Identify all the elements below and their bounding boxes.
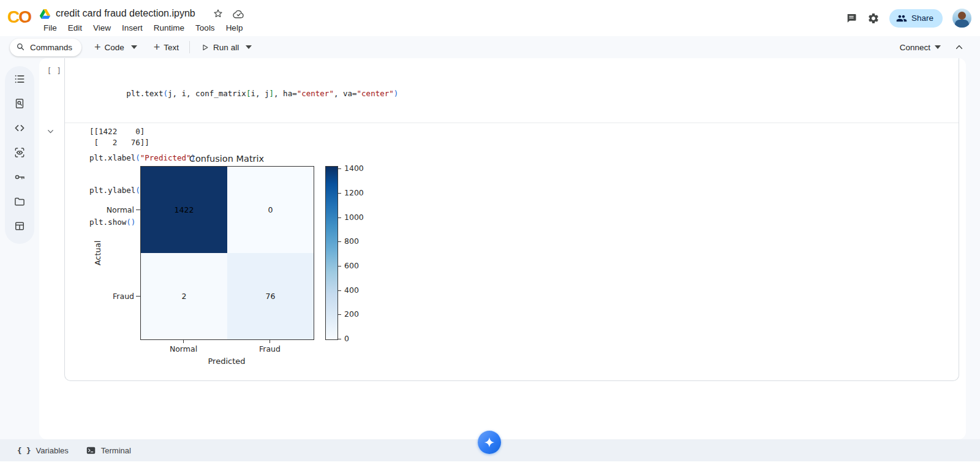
x-axis-label: Predicted <box>140 357 313 366</box>
menu-edit[interactable]: Edit <box>62 21 88 34</box>
terminal-button[interactable]: Terminal <box>86 445 131 455</box>
header: CO credit card fraud detection.ipynb <box>0 0 980 36</box>
colorbar-tick-label: 200 <box>344 310 359 319</box>
y-tick-label-normal: Normal <box>89 205 134 214</box>
comments-icon[interactable] <box>845 12 858 25</box>
settings-gear-icon[interactable] <box>867 12 880 25</box>
files-folder-icon[interactable] <box>13 195 26 208</box>
heatmap-cell-normal-normal: 1422 <box>141 167 227 253</box>
people-icon <box>896 13 907 24</box>
y-tick-label-fraud: Fraud <box>89 292 134 301</box>
data-table-icon[interactable] <box>13 220 26 232</box>
add-text-button[interactable]: + Text <box>149 40 183 55</box>
colab-window: CO credit card fraud detection.ipynb <box>0 0 980 465</box>
drive-icon <box>39 9 51 19</box>
find-replace-icon[interactable] <box>13 97 26 110</box>
menu-insert[interactable]: Insert <box>116 21 148 34</box>
code-cell: plt.text(j, i, conf_matrix[i, j], ha="ce… <box>64 58 959 381</box>
run-all-button[interactable]: Run all <box>196 40 243 55</box>
colab-logo[interactable]: CO <box>7 6 31 29</box>
gemini-assistant-button[interactable] <box>478 431 501 454</box>
y-tick-mark <box>136 296 140 297</box>
chevron-down-icon <box>46 127 55 136</box>
heatmap-cell-normal-fraud: 0 <box>227 167 314 253</box>
left-sidebar <box>0 58 39 439</box>
gemini-spark-icon <box>483 436 496 448</box>
variables-braces-icon: { } <box>17 446 31 455</box>
secrets-key-icon[interactable] <box>13 171 26 183</box>
code-snippets-icon[interactable] <box>13 122 26 134</box>
menu-bar: File Edit View Insert Runtime Tools Help <box>38 21 248 34</box>
code-output-divider <box>65 123 959 123</box>
output-collapse-chevron[interactable] <box>46 127 55 136</box>
sidebar-icon-rail <box>5 66 34 244</box>
plus-icon: + <box>94 43 101 51</box>
colorbar-tick-label: 600 <box>344 262 359 270</box>
cloud-saved-icon[interactable] <box>232 8 245 20</box>
add-code-dropdown[interactable] <box>129 42 140 52</box>
run-all-dropdown[interactable] <box>243 42 254 52</box>
plot-title: Confusion Matrix <box>140 154 313 164</box>
title-row: credit card fraud detection.ipynb <box>39 6 245 21</box>
y-axis-label: Actual <box>93 241 102 266</box>
share-button[interactable]: Share <box>889 9 943 28</box>
star-icon[interactable] <box>213 8 224 19</box>
colorbar-tick-label: 1000 <box>344 213 364 222</box>
commands-button[interactable]: Commands <box>10 39 81 56</box>
search-icon <box>16 42 26 52</box>
variables-button[interactable]: { } Variables <box>17 446 69 455</box>
cell-run-indicator[interactable]: [ ] <box>47 67 62 75</box>
menu-file[interactable]: File <box>38 21 62 34</box>
ai-scrutinize-icon[interactable] <box>13 146 26 159</box>
code-line: plt.text(j, i, conf_matrix[i, j], ha="ce… <box>89 88 398 99</box>
notebook-content: [ ] plt.text(j, i, conf_matrix[i, j], ha… <box>39 58 966 439</box>
add-code-button[interactable]: + Code <box>90 40 129 55</box>
caret-down-icon <box>131 45 137 49</box>
colorbar-tick-label: 800 <box>344 237 359 246</box>
x-tick-label-fraud: Fraud <box>227 344 313 353</box>
colorbar-tick-label: 0 <box>344 335 349 343</box>
confusion-matrix-plot: Confusion Matrix 1422 0 2 76 Normal Frau… <box>89 150 377 372</box>
menu-view[interactable]: View <box>88 21 116 34</box>
notebook-toolbar: Commands + Code + Text Run all <box>0 36 980 58</box>
notebook-title[interactable]: credit card fraud detection.ipynb <box>56 8 195 19</box>
cell-output-text: [[1422 0] [ 2 76]] <box>89 126 149 148</box>
heatmap-cell-fraud-normal: 2 <box>141 253 227 339</box>
y-tick-mark <box>136 210 140 210</box>
colorbar-tick-label: 1400 <box>344 164 364 173</box>
menu-runtime[interactable]: Runtime <box>148 21 190 34</box>
toolbar-divider <box>189 41 190 53</box>
heatmap-axes: 1422 0 2 76 <box>140 166 314 340</box>
x-tick-mark <box>270 339 270 343</box>
table-of-contents-icon[interactable] <box>13 73 26 85</box>
x-tick-label-normal: Normal <box>140 344 227 353</box>
terminal-icon <box>86 445 96 455</box>
main-area: [ ] plt.text(j, i, conf_matrix[i, j], ha… <box>0 58 980 439</box>
menu-help[interactable]: Help <box>221 21 249 34</box>
heatmap-cell-fraud-fraud: 76 <box>227 253 314 339</box>
avatar[interactable] <box>952 9 971 28</box>
menu-tools[interactable]: Tools <box>190 21 221 34</box>
colorbar <box>325 166 338 340</box>
colorbar-tick-label: 1200 <box>344 189 364 197</box>
collapse-header-button[interactable] <box>952 39 967 55</box>
colorbar-tick-label: 400 <box>344 286 359 295</box>
x-tick-mark <box>183 339 184 343</box>
connect-button[interactable]: Connect <box>895 40 946 55</box>
caret-down-icon <box>935 45 941 49</box>
caret-down-icon <box>246 45 252 49</box>
chevron-up-icon <box>954 42 964 52</box>
plus-icon: + <box>154 43 160 51</box>
play-icon <box>200 43 209 52</box>
bottom-strip <box>0 461 980 465</box>
